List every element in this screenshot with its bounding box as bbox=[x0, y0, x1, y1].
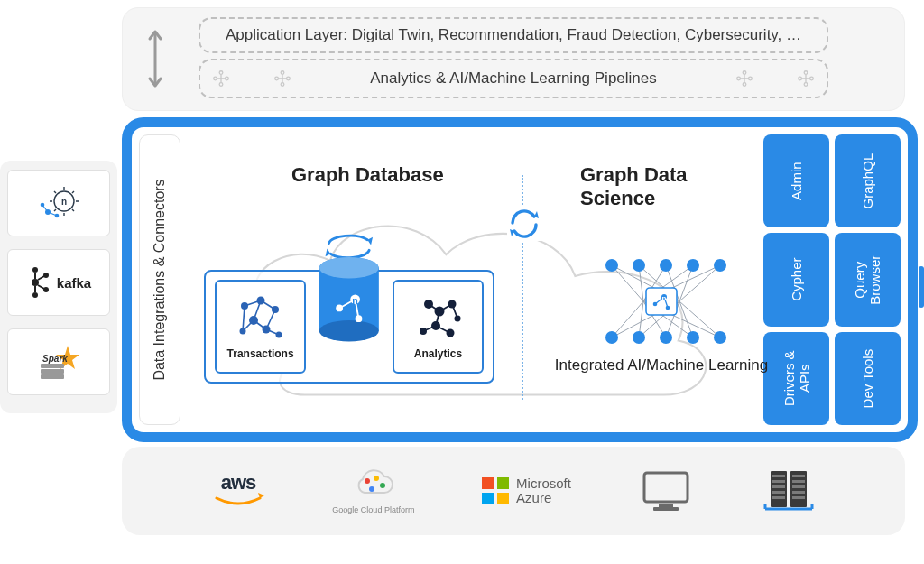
connector-neo4j-etl: n bbox=[7, 170, 110, 236]
svg-point-15 bbox=[810, 77, 814, 80]
graph-data-science-title: Graph Data Science bbox=[580, 163, 756, 210]
svg-point-22 bbox=[32, 292, 38, 298]
svg-point-51 bbox=[605, 259, 618, 272]
platform-center: Graph Database Graph Data Science bbox=[188, 134, 756, 425]
svg-point-49 bbox=[447, 329, 455, 337]
svg-point-60 bbox=[714, 331, 726, 344]
svg-point-70 bbox=[369, 486, 374, 492]
svg-rect-74 bbox=[497, 493, 509, 504]
dev-tools-label: Dev Tools bbox=[860, 349, 875, 409]
drivers-apis-label: Drivers & APIs bbox=[781, 350, 812, 406]
svg-point-2 bbox=[219, 83, 223, 87]
integrated-ml-label: Integrated AI/Machine Learning bbox=[544, 356, 779, 374]
svg-point-13 bbox=[804, 71, 808, 75]
database-cylinder-icon: n bbox=[311, 241, 387, 340]
svg-point-12 bbox=[799, 77, 802, 80]
graph-database-box: Transactions bbox=[204, 270, 494, 384]
spark-icon: Spark bbox=[37, 344, 80, 380]
cypher-label: Cypher bbox=[789, 258, 804, 301]
admin-label: Admin bbox=[789, 162, 804, 200]
svg-point-45 bbox=[448, 300, 457, 309]
svg-point-32 bbox=[249, 316, 258, 325]
svg-point-14 bbox=[804, 83, 808, 87]
svg-point-9 bbox=[743, 71, 746, 75]
connector-spark: Spark bbox=[7, 328, 110, 395]
svg-point-56 bbox=[605, 331, 618, 344]
infrastructure-row: aws Google Cloud Platform bbox=[122, 447, 905, 535]
svg-point-8 bbox=[737, 77, 741, 80]
svg-point-4 bbox=[275, 77, 279, 80]
svg-text:n: n bbox=[662, 294, 667, 302]
server-rack-icon bbox=[760, 467, 818, 514]
svg-point-67 bbox=[365, 478, 370, 484]
svg-point-44 bbox=[424, 300, 433, 309]
svg-point-1 bbox=[219, 71, 223, 75]
svg-point-5 bbox=[281, 71, 284, 75]
svg-point-0 bbox=[214, 77, 217, 80]
svg-rect-89 bbox=[792, 496, 805, 499]
graph-decor-icon bbox=[273, 69, 292, 88]
graph-data-science-area: n Integrated AI/Machine Learning bbox=[544, 252, 779, 374]
transactions-label: Transactions bbox=[227, 347, 294, 360]
vertical-resize-icon bbox=[147, 27, 163, 90]
svg-point-38 bbox=[319, 320, 379, 341]
svg-point-54 bbox=[687, 259, 699, 272]
svg-point-55 bbox=[714, 259, 726, 272]
right-tools-column: Admin GraphQL Cypher Query Browser Drive… bbox=[763, 134, 901, 425]
svg-point-48 bbox=[420, 328, 427, 335]
graph-decor-icon bbox=[211, 69, 231, 88]
data-integrations-panel: Data Integrations & Connectors bbox=[139, 134, 180, 425]
svg-point-52 bbox=[633, 259, 645, 272]
azure-icon bbox=[480, 467, 511, 514]
svg-point-59 bbox=[687, 331, 699, 344]
svg-rect-28 bbox=[41, 374, 64, 379]
kafka-icon bbox=[26, 264, 51, 300]
svg-rect-27 bbox=[41, 369, 64, 374]
pipelines-text: Analytics & AI/Machine Learning Pipeline… bbox=[370, 69, 657, 88]
svg-text:n: n bbox=[353, 295, 359, 306]
svg-point-35 bbox=[275, 332, 282, 338]
svg-rect-26 bbox=[41, 364, 64, 368]
svg-point-10 bbox=[743, 83, 746, 87]
pipelines-box: Analytics & AI/Machine Learning Pipeline… bbox=[199, 59, 828, 98]
transactions-tile: Transactions bbox=[215, 280, 306, 374]
infra-azure: Microsoft Azure bbox=[480, 467, 571, 514]
svg-point-39 bbox=[319, 257, 379, 278]
svg-rect-87 bbox=[792, 485, 805, 488]
svg-point-29 bbox=[241, 302, 248, 310]
graph-network-icon bbox=[236, 293, 286, 344]
svg-rect-72 bbox=[497, 477, 509, 489]
svg-rect-76 bbox=[659, 504, 673, 507]
svg-rect-86 bbox=[792, 480, 805, 483]
neural-network-icon: n bbox=[594, 252, 729, 351]
neo4j-n-icon: n bbox=[61, 197, 67, 207]
graph-database-title: Graph Database bbox=[291, 163, 444, 187]
graph-decor-icon bbox=[735, 69, 754, 88]
admin-pill: Admin bbox=[763, 134, 829, 227]
query-browser-pill: Query Browser bbox=[835, 233, 901, 326]
svg-rect-88 bbox=[792, 491, 805, 494]
azure-label: Microsoft Azure bbox=[516, 476, 571, 505]
svg-point-20 bbox=[32, 267, 38, 273]
svg-text:aws: aws bbox=[220, 471, 255, 494]
svg-rect-84 bbox=[772, 496, 785, 499]
top-application-panel: Application Layer: Digital Twin, Recomme… bbox=[122, 7, 905, 111]
svg-point-57 bbox=[633, 331, 645, 344]
svg-rect-80 bbox=[772, 475, 785, 477]
svg-point-21 bbox=[32, 279, 39, 286]
svg-point-34 bbox=[239, 328, 245, 335]
connector-kafka: kafka bbox=[7, 249, 110, 316]
infra-aws: aws bbox=[209, 467, 267, 514]
svg-rect-82 bbox=[772, 485, 785, 488]
kafka-label: kafka bbox=[57, 275, 91, 291]
gcp-icon bbox=[345, 467, 402, 500]
svg-rect-73 bbox=[482, 493, 494, 504]
application-layer-box: Application Layer: Digital Twin, Recomme… bbox=[199, 17, 828, 53]
svg-point-7 bbox=[287, 77, 291, 80]
analytics-tile: Analytics bbox=[393, 280, 484, 374]
aws-icon: aws bbox=[209, 467, 267, 514]
infra-datacenter bbox=[760, 467, 818, 514]
application-layer-text: Application Layer: Digital Twin, Recomme… bbox=[226, 26, 801, 44]
analytics-label: Analytics bbox=[414, 347, 462, 360]
svg-point-11 bbox=[749, 77, 753, 80]
